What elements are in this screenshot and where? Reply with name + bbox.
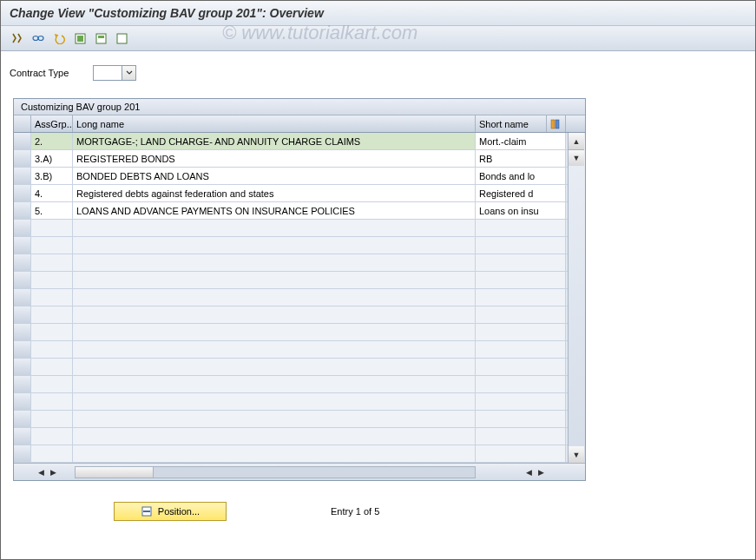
deselect-all-icon[interactable] bbox=[112, 30, 131, 47]
scroll-up-icon[interactable]: ▲ bbox=[569, 133, 584, 149]
cell-longname[interactable] bbox=[73, 341, 476, 358]
row-selector[interactable] bbox=[14, 220, 31, 236]
hscroll-short-left-icon[interactable]: ◀ bbox=[523, 466, 535, 478]
cell-assgrp[interactable] bbox=[31, 254, 73, 271]
hscroll-track[interactable] bbox=[75, 466, 476, 478]
cell-longname[interactable] bbox=[73, 254, 476, 271]
display-change-icon[interactable] bbox=[29, 30, 48, 47]
cell-longname[interactable] bbox=[73, 306, 476, 323]
cell-longname[interactable] bbox=[73, 289, 476, 306]
position-button[interactable]: Position... bbox=[114, 502, 227, 521]
undo-icon[interactable] bbox=[49, 30, 69, 47]
contract-type-input[interactable] bbox=[93, 65, 136, 81]
row-selector[interactable] bbox=[14, 202, 31, 219]
row-selector[interactable] bbox=[14, 393, 31, 410]
cell-shortname[interactable] bbox=[476, 289, 566, 306]
cell-shortname[interactable]: Loans on insu bbox=[476, 202, 566, 219]
row-selector[interactable] bbox=[14, 306, 31, 323]
cell-shortname[interactable] bbox=[476, 428, 566, 445]
row-selector[interactable] bbox=[14, 411, 31, 427]
row-selector[interactable] bbox=[14, 428, 31, 445]
cell-shortname[interactable] bbox=[476, 393, 566, 410]
cell-assgrp[interactable] bbox=[31, 359, 73, 375]
cell-shortname[interactable] bbox=[476, 324, 566, 340]
other-view-icon[interactable] bbox=[8, 30, 27, 47]
row-selector[interactable] bbox=[14, 324, 31, 340]
cell-longname[interactable]: LOANS AND ADVANCE PAYMENTS ON INSURANCE … bbox=[73, 202, 476, 219]
cell-longname[interactable] bbox=[73, 324, 476, 340]
cell-assgrp[interactable]: 3.A) bbox=[31, 150, 73, 167]
dropdown-icon[interactable] bbox=[122, 66, 135, 80]
scroll-down-icon[interactable]: ▼ bbox=[569, 446, 584, 463]
cell-shortname[interactable] bbox=[476, 306, 566, 323]
row-selector[interactable] bbox=[14, 150, 31, 167]
cell-assgrp[interactable] bbox=[31, 411, 73, 427]
cell-longname[interactable] bbox=[73, 376, 476, 392]
cell-assgrp[interactable]: 4. bbox=[31, 185, 73, 201]
row-selector-header[interactable] bbox=[14, 115, 31, 132]
cell-longname[interactable]: REGISTERED BONDS bbox=[73, 150, 476, 167]
cell-shortname[interactable] bbox=[476, 237, 566, 254]
cell-shortname[interactable]: Mort.-claim bbox=[476, 133, 566, 149]
cell-assgrp[interactable] bbox=[31, 376, 73, 392]
hscroll-short-right-icon[interactable]: ▶ bbox=[535, 466, 547, 478]
row-selector[interactable] bbox=[14, 254, 31, 271]
table-settings-icon[interactable] bbox=[547, 115, 566, 132]
cell-assgrp[interactable] bbox=[31, 324, 73, 340]
row-selector[interactable] bbox=[14, 359, 31, 375]
cell-longname[interactable] bbox=[73, 220, 476, 236]
cell-assgrp[interactable] bbox=[31, 341, 73, 358]
cell-shortname[interactable] bbox=[476, 254, 566, 271]
cell-shortname[interactable]: Bonds and lo bbox=[476, 168, 566, 184]
cell-shortname[interactable] bbox=[476, 376, 566, 392]
col-header-assgrp[interactable]: AssGrp... bbox=[31, 115, 73, 132]
cell-assgrp[interactable]: 5. bbox=[31, 202, 73, 219]
col-header-shortname[interactable]: Short name bbox=[476, 115, 547, 132]
cell-shortname[interactable] bbox=[476, 272, 566, 288]
cell-longname[interactable] bbox=[73, 411, 476, 427]
cell-assgrp[interactable] bbox=[31, 220, 73, 236]
cell-longname[interactable]: Registered debts against federation and … bbox=[73, 185, 476, 201]
cell-longname[interactable]: BONDED DEBTS AND LOANS bbox=[73, 168, 476, 184]
cell-assgrp[interactable] bbox=[31, 237, 73, 254]
row-selector[interactable] bbox=[14, 289, 31, 306]
hscroll-right-icon[interactable]: ▶ bbox=[47, 466, 59, 478]
cell-assgrp[interactable] bbox=[31, 393, 73, 410]
cell-longname[interactable] bbox=[73, 272, 476, 288]
cell-shortname[interactable] bbox=[476, 445, 566, 462]
row-selector[interactable] bbox=[14, 445, 31, 462]
row-selector[interactable] bbox=[14, 185, 31, 201]
scroll-down-arrow-icon[interactable]: ▼ bbox=[569, 149, 584, 166]
hscroll-left-icon[interactable]: ◀ bbox=[35, 466, 47, 478]
cell-shortname[interactable]: Registered d bbox=[476, 185, 566, 201]
col-header-longname[interactable]: Long name bbox=[73, 115, 476, 132]
cell-assgrp[interactable] bbox=[31, 445, 73, 462]
cell-assgrp[interactable] bbox=[31, 428, 73, 445]
cell-shortname[interactable] bbox=[476, 220, 566, 236]
cell-shortname[interactable] bbox=[476, 341, 566, 358]
row-selector[interactable] bbox=[14, 272, 31, 288]
cell-assgrp[interactable] bbox=[31, 272, 73, 288]
row-selector[interactable] bbox=[14, 168, 31, 184]
row-selector[interactable] bbox=[14, 376, 31, 392]
cell-longname[interactable] bbox=[73, 359, 476, 375]
cell-shortname[interactable] bbox=[476, 359, 566, 375]
select-block-icon[interactable] bbox=[91, 30, 110, 47]
hscroll-thumb[interactable] bbox=[76, 467, 154, 478]
cell-longname[interactable] bbox=[73, 393, 476, 410]
cell-longname[interactable] bbox=[73, 237, 476, 254]
row-selector[interactable] bbox=[14, 133, 31, 149]
cell-assgrp[interactable]: 3.B) bbox=[31, 168, 73, 184]
cell-longname[interactable] bbox=[73, 428, 476, 445]
cell-shortname[interactable]: RB bbox=[476, 150, 566, 167]
cell-assgrp[interactable] bbox=[31, 289, 73, 306]
cell-assgrp[interactable]: 2. bbox=[31, 133, 73, 149]
cell-shortname[interactable] bbox=[476, 411, 566, 427]
row-selector[interactable] bbox=[14, 341, 31, 358]
vertical-scrollbar[interactable]: ▲ ▼ ▼ bbox=[568, 133, 585, 463]
row-selector[interactable] bbox=[14, 237, 31, 254]
select-all-icon[interactable] bbox=[70, 30, 89, 47]
cell-assgrp[interactable] bbox=[31, 306, 73, 323]
cell-longname[interactable] bbox=[73, 445, 476, 462]
cell-longname[interactable]: MORTGAGE-; LAND CHARGE- AND ANNUITY CHAR… bbox=[73, 133, 476, 149]
